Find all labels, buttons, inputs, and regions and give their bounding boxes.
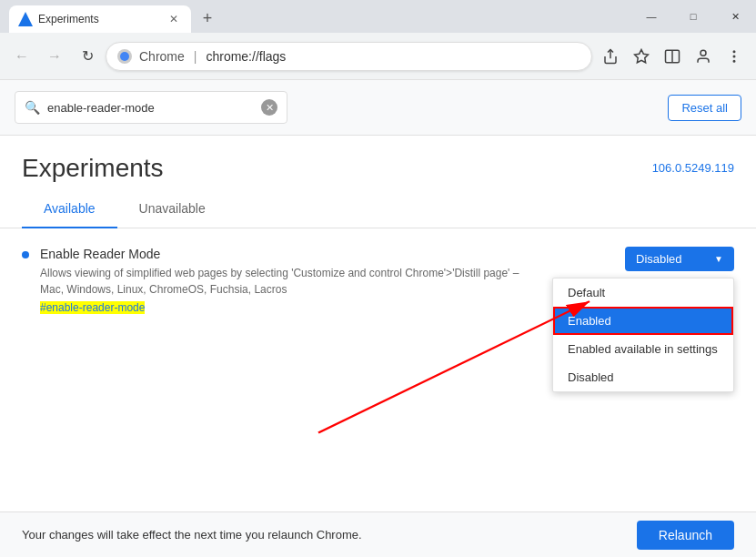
address-bar: ← → ↻ Chrome | chrome://flags xyxy=(0,33,756,80)
title-bar: Experiments ✕ + — □ ✕ xyxy=(0,0,756,33)
window-controls: — □ ✕ xyxy=(630,0,756,33)
omnibox-url: chrome://flags xyxy=(206,49,286,64)
svg-point-5 xyxy=(701,50,706,56)
feature-link[interactable]: #enable-reader-mode xyxy=(40,301,145,314)
new-tab-button[interactable]: + xyxy=(195,5,220,31)
dropdown-option-default[interactable]: Default xyxy=(553,278,733,307)
svg-marker-2 xyxy=(635,49,649,62)
dropdown-menu: Default Enabled Enabled available in set… xyxy=(552,278,734,392)
search-box[interactable]: 🔍 enable-reader-mode ✕ xyxy=(15,91,287,124)
dropdown-option-disabled[interactable]: Disabled xyxy=(553,363,733,391)
main-content: 🔍 enable-reader-mode ✕ Reset all Experim… xyxy=(0,80,756,511)
split-view-icon[interactable] xyxy=(658,42,687,71)
feature-body: Enable Reader Mode Allows viewing of sim… xyxy=(40,247,614,315)
account-icon[interactable] xyxy=(689,42,718,71)
bookmark-icon[interactable] xyxy=(627,42,656,71)
experiments-header: Experiments 106.0.5249.119 xyxy=(0,136,756,183)
minimize-button[interactable]: — xyxy=(630,0,672,33)
relaunch-message: Your changes will take effect the next t… xyxy=(22,528,362,542)
feature-description: Allows viewing of simplified web pages b… xyxy=(40,265,540,298)
maximize-button[interactable]: □ xyxy=(672,0,714,33)
reload-button[interactable]: ↻ xyxy=(73,42,102,71)
back-button[interactable]: ← xyxy=(7,42,36,71)
omnibox-separator: | xyxy=(194,49,197,64)
feature-dot xyxy=(22,251,29,258)
close-button[interactable]: ✕ xyxy=(714,0,756,33)
tab-title: Experiments xyxy=(38,13,160,25)
tab-unavailable[interactable]: Unavailable xyxy=(117,190,227,228)
menu-icon[interactable] xyxy=(720,42,749,71)
svg-point-8 xyxy=(733,60,735,62)
dropdown-option-enabled[interactable]: Enabled xyxy=(553,307,733,335)
search-input[interactable]: enable-reader-mode xyxy=(47,101,254,115)
omnibox-site-name: Chrome xyxy=(139,49,185,64)
omnibox[interactable]: Chrome | chrome://flags xyxy=(106,42,592,71)
relaunch-button[interactable]: Relaunch xyxy=(637,521,734,550)
toolbar-icons xyxy=(596,42,749,71)
share-icon[interactable] xyxy=(596,42,625,71)
dropdown-current-value: Disabled xyxy=(636,252,682,266)
tab-favicon xyxy=(18,12,33,26)
tabs-container: Available Unavailable xyxy=(0,190,756,228)
search-clear-button[interactable]: ✕ xyxy=(261,99,277,116)
search-area: 🔍 enable-reader-mode ✕ Reset all xyxy=(0,80,756,136)
tab-available[interactable]: Available xyxy=(22,190,117,228)
content-wrapper: 🔍 enable-reader-mode ✕ Reset all Experim… xyxy=(0,80,756,344)
bottom-bar: Your changes will take effect the next t… xyxy=(0,511,756,557)
search-icon: 🔍 xyxy=(25,100,40,115)
site-favicon xyxy=(117,49,132,64)
feature-name: Enable Reader Mode xyxy=(40,247,614,261)
svg-point-7 xyxy=(733,56,735,57)
feature-control: Disabled ▼ Default Enabled Enabled avail… xyxy=(625,247,734,271)
dropdown-option-enabled-settings[interactable]: Enabled available in settings xyxy=(553,335,733,363)
forward-button[interactable]: → xyxy=(40,42,69,71)
page-title: Experiments xyxy=(22,154,164,183)
reset-all-button[interactable]: Reset all xyxy=(668,95,741,121)
version-badge: 106.0.5249.119 xyxy=(652,154,734,175)
svg-point-6 xyxy=(733,51,735,53)
tab-close-button[interactable]: ✕ xyxy=(166,11,182,27)
feature-item-reader-mode: Enable Reader Mode Allows viewing of sim… xyxy=(22,247,734,315)
feature-dropdown-button[interactable]: Disabled ▼ xyxy=(625,247,734,271)
active-tab[interactable]: Experiments ✕ xyxy=(9,5,191,33)
feature-list: Enable Reader Mode Allows viewing of sim… xyxy=(0,228,756,344)
dropdown-arrow-icon: ▼ xyxy=(714,254,723,264)
svg-point-0 xyxy=(120,52,129,61)
tab-strip: Experiments ✕ + xyxy=(0,0,220,33)
